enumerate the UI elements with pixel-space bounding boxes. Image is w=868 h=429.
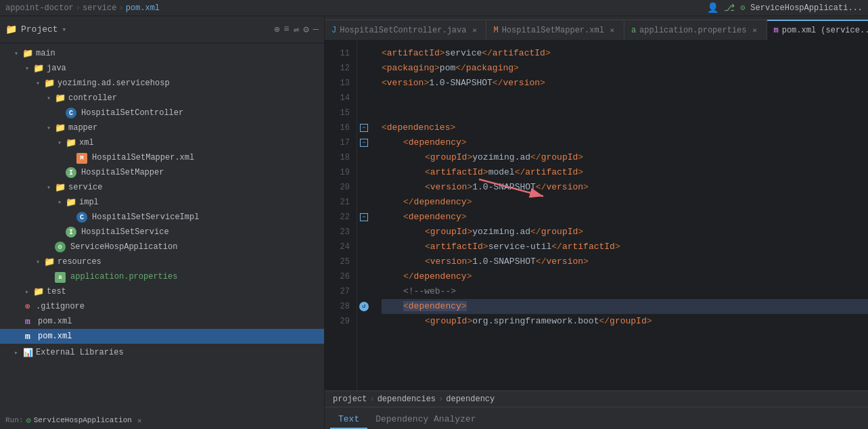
- xml-folder-label: xml: [79, 138, 94, 148]
- sidebar-item-external-libraries[interactable]: ▸ 📊 External Libraries: [0, 345, 324, 360]
- c-badge-2: C: [76, 212, 87, 223]
- hsm-xml-label: HospitalSetMapper.xml: [92, 153, 194, 162]
- sidebar-item-mapper[interactable]: ▾ 📁 mapper: [0, 120, 324, 135]
- code-line-19: <artifactId>model</artifactId>: [382, 165, 868, 180]
- tab-application-properties[interactable]: a application.properties ✕: [624, 20, 767, 40]
- pom-sel-label: pom.xml: [38, 332, 72, 341]
- breadcrumb-service[interactable]: service: [83, 3, 116, 13]
- sidebar-item-pom-selected[interactable]: m pom.xml: [0, 329, 324, 344]
- line-12-content: <packaging>pom</packaging>: [382, 61, 868, 76]
- line-29-content: <groupId>org.springframework.boot</group…: [382, 314, 868, 329]
- mapper-arrow: ▾: [43, 124, 54, 132]
- settings-gear-icon[interactable]: ⚙: [303, 24, 309, 35]
- sidebar-item-service[interactable]: ▾ 📁 service: [0, 180, 324, 195]
- sidebar-item-test[interactable]: ▸ 📁 test: [0, 284, 324, 299]
- tab-hospitalsetcontroller[interactable]: J HospitalSetController.java ✕: [325, 20, 486, 40]
- bottom-tab-dependency-analyzer[interactable]: Dependency Analyzer: [367, 410, 484, 429]
- line-27-content: <!--web-->: [382, 284, 868, 299]
- breadcrumb-appoint-doctor[interactable]: appoint-doctor: [5, 3, 74, 13]
- main-label: main: [36, 49, 55, 58]
- code-content[interactable]: <artifactId>service</artifactId> <packag…: [371, 41, 868, 390]
- tab-pom-xml[interactable]: m pom.xml (service... ✕: [767, 20, 868, 40]
- impl-label: impl: [79, 198, 99, 207]
- sidebar-item-impl[interactable]: ▾ 📁 impl: [0, 195, 324, 210]
- xml-folder-icon: 📁: [65, 137, 77, 148]
- fold-icon-16[interactable]: −: [360, 124, 368, 132]
- sidebar-item-hospitalsetmapper[interactable]: I HospitalSetMapper: [0, 165, 324, 180]
- code-area: 11 12 13 14 15 16 17 18 19 20 21 22 23 2…: [325, 41, 868, 390]
- hsm-label: HospitalSetMapper: [81, 168, 164, 177]
- top-right-icons: 👤 ⎇ ⚙ ServiceHospApplicati...: [707, 2, 863, 14]
- sidebar-item-hospitalsetcontroller[interactable]: C HospitalSetController: [0, 106, 324, 120]
- sidebar-item-main[interactable]: ▾ 📁 main: [0, 46, 324, 61]
- gutter-dot-28[interactable]: ↺: [359, 302, 369, 311]
- fold-icon-17[interactable]: −: [360, 139, 368, 147]
- tab-hospitalsetmapper[interactable]: M HospitalSetMapper.xml ✕: [486, 20, 624, 40]
- line-11-content: <artifactId>service</artifactId>: [382, 46, 868, 61]
- sha-icon: ⚙: [54, 242, 66, 252]
- bc-sep-2: ›: [118, 3, 123, 13]
- bottom-tab-da-label: Dependency Analyzer: [375, 414, 476, 424]
- sidebar-item-java[interactable]: ▾ 📁 java: [0, 61, 324, 76]
- code-line-13: <version>1.0-SNAPSHOT</version>: [382, 76, 868, 91]
- sidebar-item-hospitalsetmapper-xml[interactable]: M HospitalSetMapper.xml: [0, 150, 324, 165]
- minimize-icon[interactable]: —: [313, 24, 319, 35]
- breadcrumb-pom[interactable]: pom.xml: [126, 3, 160, 13]
- mapper-badge: M: [76, 153, 87, 164]
- tab-props-label: application.properties: [639, 26, 746, 35]
- code-line-25: <version>1.0-SNAPSHOT</version>: [382, 254, 868, 269]
- line-17-content: <dependency>: [382, 135, 868, 150]
- sidebar-item-yoziming[interactable]: ▾ 📁 yoziming.ad.servicehosp: [0, 76, 324, 91]
- resources-folder-icon: 📁: [43, 256, 55, 267]
- tab-pom-label: pom.xml (service...: [782, 26, 868, 35]
- i-badge-2: I: [66, 227, 76, 238]
- i-badge: I: [66, 167, 76, 178]
- editor-area: J HospitalSetController.java ✕ M Hospita…: [325, 16, 868, 429]
- code-line-20: <version>1.0-SNAPSHOT</version>: [382, 180, 868, 195]
- extlib-arrow: ▸: [11, 348, 22, 357]
- sidebar-item-gitignore[interactable]: ⊛ .gitignore: [0, 299, 324, 314]
- resources-arrow: ▾: [32, 258, 43, 266]
- fold-icon-22[interactable]: −: [360, 213, 368, 221]
- main-folder-icon: 📁: [22, 48, 34, 59]
- xml-arrow: ▾: [54, 139, 65, 147]
- hsm-xml-icon: M: [76, 152, 88, 164]
- expand-icon[interactable]: ⇌: [294, 24, 299, 35]
- yoziming-label: yoziming.ad.servicehosp: [58, 78, 170, 88]
- ap-icon: a: [54, 271, 66, 283]
- bottom-tab-text[interactable]: Text: [330, 410, 367, 429]
- resources-label: resources: [58, 257, 101, 267]
- user-icon[interactable]: 👤: [707, 2, 718, 14]
- tab-hsc-close[interactable]: ✕: [470, 26, 479, 35]
- sidebar-item-controller[interactable]: ▾ 📁 controller: [0, 91, 324, 106]
- sidebar-item-servicehospapplication[interactable]: ⚙ ServiceHospApplication: [0, 240, 324, 254]
- run-close-icon[interactable]: ✕: [137, 416, 142, 425]
- app-icon[interactable]: ⚙: [740, 3, 745, 13]
- java-label: java: [47, 64, 66, 73]
- tab-props-icon: a: [631, 26, 636, 35]
- pom-root-label: pom.xml: [38, 317, 72, 326]
- sidebar-item-application-properties[interactable]: a application.properties: [0, 269, 324, 284]
- line-24-content: <artifactId>service-util</artifactId>: [382, 240, 868, 254]
- extlib-label: External Libraries: [36, 348, 124, 357]
- sidebar-header-icons[interactable]: ⊕ ≡ ⇌ ⚙ —: [274, 24, 319, 35]
- sidebar-item-resources[interactable]: ▾ 📁 resources: [0, 254, 324, 269]
- code-line-23: <groupId>yoziming.ad</groupId>: [382, 225, 868, 240]
- mapper-folder-icon: 📁: [54, 122, 66, 133]
- locate-icon[interactable]: ⊕: [274, 24, 279, 35]
- tab-mapper-close[interactable]: ✕: [608, 26, 617, 35]
- java-arrow: ▾: [22, 64, 32, 72]
- vcs-icon[interactable]: ⎇: [724, 2, 735, 14]
- tab-pom-icon: m: [774, 26, 779, 35]
- sidebar-item-xml[interactable]: ▾ 📁 xml: [0, 135, 324, 150]
- bc-project: project: [333, 394, 367, 404]
- collapse-icon[interactable]: ≡: [283, 24, 289, 35]
- sidebar-item-hospitalsetserviceimpl[interactable]: C HospitalSetServiceImpl: [0, 210, 324, 225]
- sidebar-item-hospitalsetservice[interactable]: I HospitalSetService: [0, 225, 324, 240]
- line-19-content: <artifactId>model</artifactId>: [382, 165, 868, 180]
- sidebar-item-pom-root[interactable]: m pom.xml: [0, 314, 324, 329]
- line-20-content: <version>1.0-SNAPSHOT</version>: [382, 180, 868, 195]
- extlib-icon: 📊: [22, 348, 34, 358]
- tab-props-close[interactable]: ✕: [750, 26, 760, 35]
- run-app-name[interactable]: ServiceHospApplication: [34, 416, 132, 424]
